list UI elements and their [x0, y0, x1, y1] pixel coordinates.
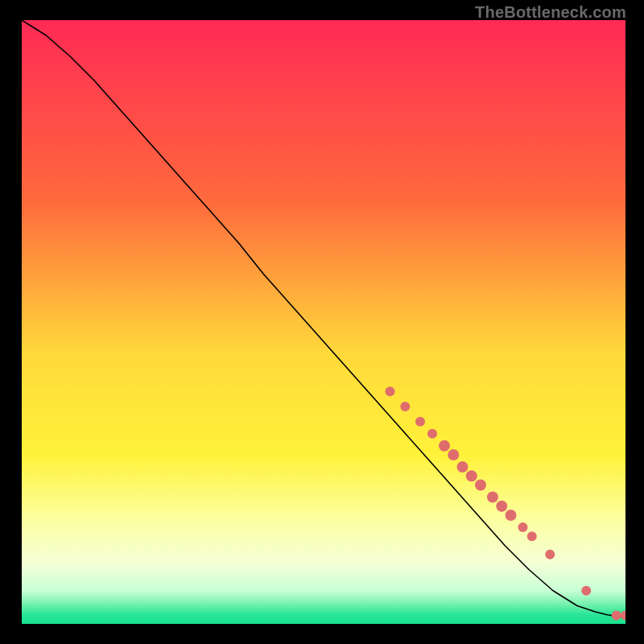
data-point: [439, 440, 450, 452]
chart-stage: TheBottleneck.com: [0, 0, 644, 644]
watermark-text: TheBottleneck.com: [475, 3, 626, 22]
data-point: [400, 402, 410, 411]
data-point: [545, 550, 555, 559]
data-point: [475, 480, 486, 491]
data-point: [518, 522, 528, 532]
data-point: [448, 449, 459, 460]
data-point: [457, 461, 469, 473]
bottleneck-chart: [22, 20, 625, 624]
data-point: [466, 470, 477, 481]
data-point: [386, 386, 395, 396]
data-point: [581, 586, 591, 596]
data-point: [415, 417, 425, 427]
data-point: [612, 611, 621, 621]
data-point: [527, 531, 537, 541]
data-point: [496, 501, 507, 512]
data-point: [487, 492, 498, 503]
data-point: [506, 510, 517, 521]
data-point: [427, 429, 437, 439]
